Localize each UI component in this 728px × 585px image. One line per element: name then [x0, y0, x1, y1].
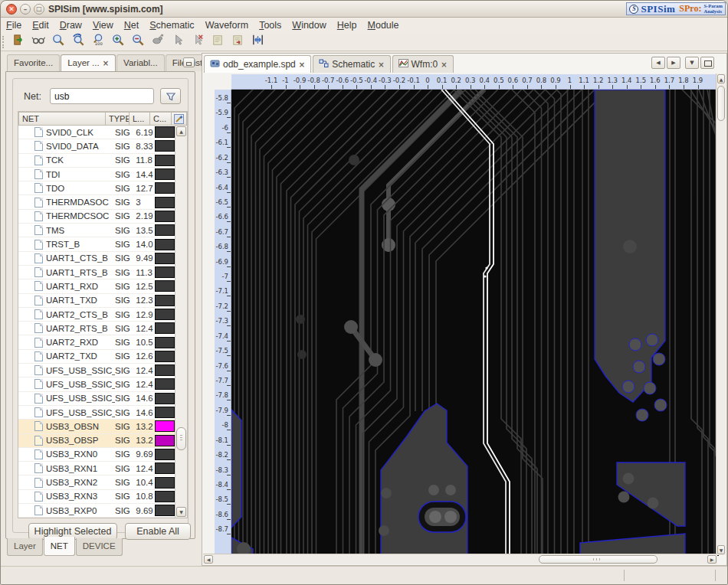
window-close-button[interactable]: ✕ [6, 4, 17, 15]
net-row[interactable]: UART1_CTS_BSIG9.49 [18, 252, 175, 266]
panel-collapse-button[interactable] [183, 57, 195, 67]
pan-button[interactable] [148, 34, 168, 51]
net-row[interactable]: UFS_USB_SSIC_SIG14.6 [18, 406, 175, 420]
zoom-100-button[interactable]: 100 [88, 34, 108, 51]
viewer-vertical-scrollbar[interactable]: ▲ ▼ [716, 74, 726, 555]
panel-tab-layer[interactable]: Layer ...× [61, 54, 116, 71]
net-row[interactable]: UFS_USB_SSIC_SIG14.6 [18, 392, 175, 406]
note-delete-button[interactable] [228, 34, 248, 51]
net-row[interactable]: TMSSIG13.5 [18, 224, 175, 237]
tab-list-dropdown-button[interactable]: ▼ [685, 57, 699, 69]
net-list-scrollbar[interactable]: ▲ ▼ [175, 126, 187, 518]
column-header-color[interactable]: C... [150, 112, 172, 126]
ruler-tick [655, 85, 656, 89]
wand-button[interactable] [172, 112, 187, 126]
window-minimize-button[interactable]: – [20, 4, 31, 15]
column-header-net[interactable]: NET [18, 112, 106, 126]
enable-all-button[interactable]: Enable All [125, 523, 191, 540]
window-maximize-button[interactable]: □ [34, 4, 44, 15]
menu-draw[interactable]: Draw [54, 18, 87, 32]
viewer-horizontal-scrollbar[interactable]: ◀ ▶ [203, 554, 717, 564]
close-icon[interactable]: × [441, 60, 447, 69]
net-row[interactable]: USB3_RXP0SIG9.69 [18, 504, 175, 518]
net-row[interactable]: UART1_RTS_BSIG11.3 [18, 266, 175, 279]
net-row[interactable]: USB3_OBSPSIG13.2 [18, 434, 175, 448]
scroll-up-icon[interactable]: ▲ [176, 126, 186, 136]
net-row[interactable]: SVID0_CLKSIG6.19 [18, 126, 175, 139]
select-button[interactable] [168, 34, 188, 51]
scroll-left-icon[interactable]: ◀ [204, 555, 213, 564]
net-row[interactable]: THERMDCSOCSIG2.19 [18, 210, 175, 224]
panel-tab-variabl[interactable]: Variabl... [116, 54, 165, 71]
scrollbar-thumb[interactable] [539, 555, 657, 564]
net-row[interactable]: UART2_CTS_BSIG12.9 [18, 308, 175, 322]
document-tab-odb-example-spd[interactable]: odb_example.spd× [204, 55, 311, 73]
view-button[interactable] [28, 34, 48, 51]
bottom-tab-net[interactable]: NET [44, 537, 75, 556]
net-row[interactable]: UART1_RXDSIG12.5 [18, 279, 175, 293]
net-row[interactable]: TDOSIG12.7 [18, 181, 175, 195]
scroll-down-icon[interactable]: ▼ [717, 545, 725, 554]
scroll-down-icon[interactable]: ▼ [176, 507, 186, 517]
ruler-tick [356, 85, 357, 89]
close-icon[interactable]: × [299, 60, 305, 69]
deselect-button[interactable] [188, 34, 208, 51]
scrollbar-thumb[interactable] [176, 427, 186, 450]
note-button[interactable] [208, 34, 228, 51]
exit-button[interactable] [8, 34, 28, 51]
tab-scroll-right-button[interactable]: ▶ [667, 57, 680, 69]
scroll-right-icon[interactable]: ▶ [707, 555, 717, 564]
zoom-button[interactable] [48, 34, 68, 51]
pcb-canvas[interactable] [231, 90, 719, 556]
menu-edit[interactable]: Edit [27, 18, 54, 32]
menu-help[interactable]: Help [332, 18, 362, 32]
net-row[interactable]: UART1_TXDSIG12.3 [18, 294, 175, 308]
net-row[interactable]: SVID0_DATASIG8.33 [18, 139, 175, 153]
document-tab-schematic[interactable]: Schematic× [313, 55, 390, 73]
net-row[interactable]: USB3_RXN0SIG9.69 [18, 448, 175, 462]
net-row[interactable]: TDISIG14.4 [18, 168, 175, 181]
net-row[interactable]: UFS_USB_SSIC_SIG12.4 [18, 364, 175, 377]
menu-view[interactable]: View [87, 18, 119, 32]
net-row[interactable]: UART2_RXDSIG10.5 [18, 335, 175, 349]
menu-file[interactable]: File [1, 18, 27, 32]
zoom-in-button[interactable] [108, 34, 128, 51]
bottom-tab-device[interactable]: DEVICE [76, 538, 123, 556]
close-icon[interactable]: × [103, 59, 109, 67]
net-row[interactable]: USB3_RXN2SIG10.4 [18, 476, 175, 489]
menu-tools[interactable]: Tools [254, 18, 287, 32]
bottom-tab-layer[interactable]: Layer [7, 538, 43, 556]
net-row[interactable]: UART2_TXDSIG12.6 [18, 350, 175, 364]
menu-net[interactable]: Net [119, 18, 144, 32]
column-header-length[interactable]: L... [130, 112, 150, 126]
net-filter-input[interactable] [50, 88, 154, 104]
menu-window[interactable]: Window [287, 18, 331, 32]
net-row[interactable]: USB3_RXN3SIG10.8 [18, 490, 175, 504]
tab-scroll-left-button[interactable]: ◀ [651, 57, 665, 69]
net-row[interactable]: USB3_RXN1SIG12.4 [18, 462, 175, 476]
zoom-out-button[interactable] [128, 34, 148, 51]
fit-button[interactable] [248, 34, 267, 51]
menu-waveform[interactable]: Waveform [200, 18, 254, 32]
net-row[interactable]: THERMDASOCSIG3 [18, 195, 175, 209]
zoom-previous-button[interactable] [68, 34, 88, 51]
column-header-type[interactable]: TYPE [106, 112, 130, 126]
title-bar[interactable]: ✕ – □ SPISim [www.spisim.com] [1, 1, 727, 18]
net-name: UFS_USB_SSIC_ [46, 380, 115, 389]
toolbar-grip[interactable] [2, 36, 5, 48]
close-icon[interactable]: × [378, 60, 384, 69]
scroll-up-icon[interactable]: ▲ [717, 74, 725, 83]
net-row[interactable]: USB3_OBSNSIG13.2 [18, 420, 175, 433]
menu-schematic[interactable]: Schematic [144, 18, 199, 32]
restore-view-button[interactable] [700, 57, 714, 69]
menu-module[interactable]: Module [362, 18, 405, 32]
net-row[interactable]: UFS_USB_SSIC_SIG12.4 [18, 377, 175, 391]
document-tab-wfm-0[interactable]: Wfm:0× [392, 55, 454, 73]
panel-tab-favorite[interactable]: Favorite... [7, 54, 60, 71]
filter-button[interactable] [160, 88, 181, 104]
scrollbar-thumb[interactable] [717, 86, 725, 121]
net-row[interactable]: TCKSIG11.8 [18, 154, 175, 168]
net-row[interactable]: TRST_BSIG14.0 [18, 237, 175, 251]
net-row[interactable]: UART2_RTS_BSIG12.4 [18, 322, 175, 335]
net-color-swatch [155, 462, 175, 474]
